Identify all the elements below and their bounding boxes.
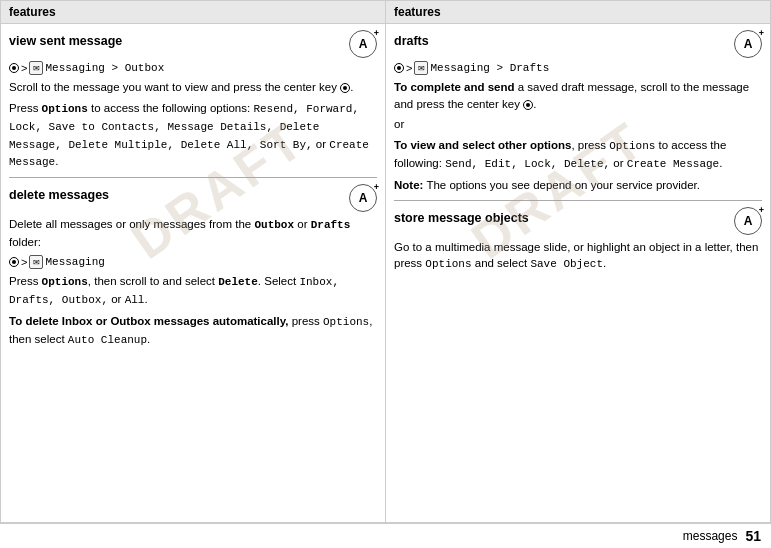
drafts-or: or <box>394 116 762 133</box>
right-column-header: features <box>386 1 770 24</box>
delete-messages-section: delete messages + A Delete all messages … <box>9 184 377 348</box>
view-sent-section: view sent message + A > ✉ Messaging > Ou… <box>9 30 377 171</box>
drafts-body3: To view and select other options, press … <box>394 137 762 173</box>
center-key-drafts <box>523 100 533 110</box>
store-objects-badge: + A <box>734 207 762 235</box>
store-objects-body: Go to a multimedia message slide, or hig… <box>394 239 762 274</box>
messaging-icon-2: ✉ <box>29 255 43 269</box>
delete-body2: Press Options, then scroll to and select… <box>9 273 377 309</box>
drafts-note: Note: The options you see depend on your… <box>394 177 762 194</box>
drafts-body1: To complete and send a saved draft messa… <box>394 79 762 112</box>
store-objects-title: store message objects <box>394 211 730 225</box>
drafts-badge: + A <box>734 30 762 58</box>
center-key-drafts-nav <box>394 63 404 73</box>
view-sent-title: view sent message <box>9 34 345 48</box>
left-column-header: features <box>1 1 385 24</box>
view-sent-body1: Scroll to the message you want to view a… <box>9 79 377 96</box>
drafts-title: drafts <box>394 34 730 48</box>
delete-body1: Delete all messages or only messages fro… <box>9 216 377 251</box>
right-column: features drafts + A <box>385 0 771 523</box>
delete-nav: > ✉ Messaging <box>9 255 377 269</box>
left-column-content: view sent message + A > ✉ Messaging > Ou… <box>1 24 385 522</box>
view-sent-body2: Press Options to access the following op… <box>9 100 377 172</box>
page-container: features view sent message + A <box>0 0 771 523</box>
center-key-inline <box>340 83 350 93</box>
left-column: features view sent message + A <box>0 0 385 523</box>
delete-messages-badge: + A <box>349 184 377 212</box>
section-divider-1 <box>9 177 377 178</box>
view-sent-nav: > ✉ Messaging > Outbox <box>9 61 377 75</box>
delete-messages-title: delete messages <box>9 188 345 202</box>
messaging-icon-drafts: ✉ <box>414 61 428 75</box>
view-sent-badge: + A <box>349 30 377 58</box>
drafts-nav: > ✉ Messaging > Drafts <box>394 61 762 75</box>
store-objects-section: store message objects + A Go to a multim… <box>394 207 762 274</box>
page-number: 51 <box>745 528 761 544</box>
section-divider-right <box>394 200 762 201</box>
center-key-delete <box>9 257 19 267</box>
section-label: messages <box>683 529 738 543</box>
page-footer: messages 51 <box>0 523 771 548</box>
delete-body3: To delete Inbox or Outbox messages autom… <box>9 313 377 349</box>
center-key-icon <box>9 63 19 73</box>
right-column-content: drafts + A > ✉ Messaging > Drafts <box>386 24 770 522</box>
messaging-icon: ✉ <box>29 61 43 75</box>
drafts-section: drafts + A > ✉ Messaging > Drafts <box>394 30 762 194</box>
